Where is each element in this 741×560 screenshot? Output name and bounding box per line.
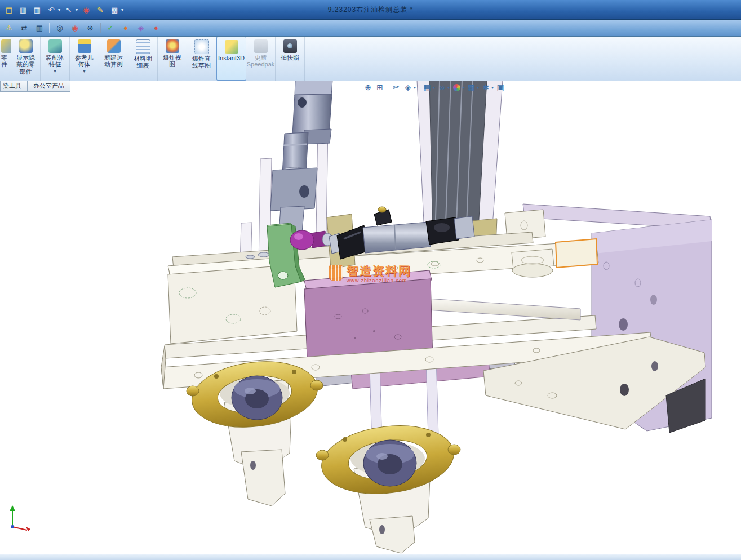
chevron-down-icon[interactable]: ▾	[447, 85, 450, 90]
palette-icon[interactable]: ◈	[135, 23, 147, 34]
tab-render-tools[interactable]: 染工具	[0, 81, 28, 92]
color-ball-icon[interactable]: ●	[150, 23, 162, 34]
view-settings-icon[interactable]: ✱	[481, 82, 491, 92]
show-hidden-components-icon	[19, 39, 33, 53]
insert-component-icon	[1, 39, 11, 53]
warning-icon[interactable]: ⚠	[3, 23, 15, 34]
section-view-icon[interactable]: ✂	[391, 82, 401, 92]
mate-icon[interactable]: ◉	[69, 23, 81, 34]
explode-line-sketch-icon	[194, 39, 209, 54]
edit-appearance-icon[interactable]	[451, 82, 462, 92]
print-icon[interactable]: ▦	[32, 4, 43, 15]
exploded-view-icon	[166, 39, 179, 53]
select-dropdown-icon[interactable]: ▾	[76, 7, 78, 12]
toolbar-separator	[100, 23, 101, 33]
ribbon-button-label: 参考几 何体	[75, 54, 94, 68]
assembly-toolbar: ⚠ ⇄ ▦ ◎ ◉ ⊛ ✓ ● ◈ ●	[0, 20, 741, 37]
solidworks-window: ▤ ▥ ▦ ↶ ▾ ↖ ▾ ◉ ✎ ▩ ▾ 9.23203右注油检测总装 * ⚠…	[0, 0, 741, 560]
ribbon-button-explode-line-sketch[interactable]: 爆炸直 线草图	[187, 37, 216, 81]
chevron-down-icon[interactable]: ▾	[54, 69, 56, 74]
new-motion-study-icon	[107, 39, 121, 53]
ribbon-button-label: 爆炸直 线草图	[192, 55, 211, 69]
save-icon[interactable]: ▥	[17, 4, 29, 15]
toolbar-separator	[49, 23, 50, 33]
assembly-model-3d[interactable]	[0, 81, 741, 554]
ribbon-button-instant3d[interactable]: Instant3D	[216, 37, 246, 81]
hide-show-items-icon[interactable]: ∞	[437, 82, 447, 92]
zoom-area-icon[interactable]: ⊞	[375, 82, 385, 92]
tab-office-products[interactable]: 办公室产品	[27, 81, 70, 92]
graphics-viewport[interactable]: ⊕ ⊞ ✂ ◈ ▾ ▦ ▾ ∞ ▾ ▾ ▩ ▾ ✱ ▾ ▣ 智造资料网 www.…	[0, 81, 741, 554]
chevron-down-icon[interactable]: ▾	[433, 85, 435, 90]
ribbon-button-label: Instant3D	[218, 55, 245, 61]
find-references-icon[interactable]: ◎	[54, 23, 65, 34]
chevron-down-icon[interactable]: ▾	[491, 85, 494, 90]
ribbon-button-label: 爆炸视 图	[163, 54, 181, 68]
ribbon-button-snapshot[interactable]: 拍快照	[276, 37, 305, 81]
ribbon-button-label: 零 件	[1, 54, 7, 68]
ribbon-button-insert-component[interactable]: 零 件	[0, 37, 11, 81]
display-style-icon[interactable]: ▦	[422, 82, 432, 92]
model-selected-face[interactable]	[556, 239, 597, 268]
watermark-text: 智造资料网	[347, 265, 411, 277]
ribbon-button-update-speedpak[interactable]: 更新 Speedpak	[246, 37, 276, 81]
chevron-down-icon[interactable]: ▾	[83, 69, 85, 74]
ribbon-button-label: 材料明 细表	[134, 55, 152, 69]
update-speedpak-icon	[254, 39, 268, 53]
check-icon[interactable]: ✓	[105, 23, 116, 34]
appearance-ball-icon	[453, 84, 460, 91]
coordinate-triad	[1, 502, 35, 531]
ribbon-button-label: 拍快照	[281, 54, 299, 61]
camera-icon[interactable]: ▣	[495, 82, 505, 92]
gear-mate-icon[interactable]: ⊛	[85, 23, 96, 34]
ribbon-button-label: 显示隐 藏的零 部件	[16, 54, 35, 75]
ribbon-button-new-motion-study[interactable]: 新建运 动算例	[99, 37, 128, 81]
chevron-down-icon[interactable]: ▾	[477, 85, 479, 90]
commandmanager-tabs: 染工具 办公室产品	[0, 81, 70, 92]
sketch-icon[interactable]: ✎	[95, 4, 106, 15]
command-manager: 零 件 显示隐 藏的零 部件 装配体 特征 ▾ 参考几 何体 ▾ 新建运 动算例…	[0, 37, 741, 81]
ribbon-button-bill-of-materials[interactable]: 材料明 细表	[128, 37, 158, 81]
watermark-logo-icon	[329, 265, 343, 281]
ribbon-button-assembly-features[interactable]: 装配体 特征 ▾	[41, 37, 70, 81]
view-orientation-icon[interactable]: ◈	[403, 82, 413, 92]
chevron-down-icon[interactable]: ▾	[414, 85, 416, 90]
ribbon-button-show-hidden-components[interactable]: 显示隐 藏的零 部件	[11, 37, 41, 81]
assembly-features-icon	[48, 39, 62, 53]
titlebar-toolbar: ▤ ▥ ▦ ↶ ▾ ↖ ▾ ◉ ✎ ▩ ▾	[3, 4, 123, 15]
open-document-icon[interactable]: ▤	[3, 4, 15, 15]
ribbon-button-exploded-view[interactable]: 爆炸视 图	[158, 37, 187, 81]
table-icon[interactable]: ▩	[109, 4, 120, 15]
zoom-fit-icon[interactable]: ⊕	[363, 82, 373, 92]
select-cursor-icon[interactable]: ↖	[63, 4, 74, 15]
rebuild-icon[interactable]: ◉	[81, 4, 92, 15]
ribbon-button-label: 新建运 动算例	[104, 54, 123, 68]
instant3d-icon	[225, 40, 238, 54]
appearance-ball-icon[interactable]: ●	[120, 23, 131, 34]
watermark: 智造资料网 www.zhizaoziliao.com	[329, 265, 411, 283]
undo-dropdown-icon[interactable]: ▾	[58, 7, 60, 12]
ribbon-button-label: 装配体 特征	[46, 54, 64, 68]
model-gold-clamp-1[interactable]	[187, 355, 323, 506]
pattern-icon[interactable]: ▦	[34, 23, 45, 34]
watermark-subtext: www.zhizaoziliao.com	[347, 278, 411, 283]
reference-geometry-icon	[78, 39, 91, 53]
headsup-view-toolbar: ⊕ ⊞ ✂ ◈ ▾ ▦ ▾ ∞ ▾ ▾ ▩ ▾ ✱ ▾ ▣	[363, 82, 505, 92]
ribbon-button-label: 更新 Speedpak	[247, 54, 275, 68]
toolbar-separator	[419, 83, 419, 92]
status-bar	[0, 554, 741, 560]
model-gold-clamp-2[interactable]	[316, 419, 460, 553]
snapshot-icon	[283, 39, 297, 53]
options-dropdown-icon[interactable]: ▾	[121, 7, 123, 12]
chevron-down-icon[interactable]: ▾	[462, 85, 464, 90]
bill-of-materials-icon	[136, 39, 150, 54]
ribbon-button-reference-geometry[interactable]: 参考几 何体 ▾	[70, 37, 99, 81]
apply-scene-icon[interactable]: ▩	[466, 82, 476, 92]
move-component-icon[interactable]: ⇄	[19, 23, 30, 34]
undo-icon[interactable]: ↶	[46, 4, 57, 15]
titlebar: ▤ ▥ ▦ ↶ ▾ ↖ ▾ ◉ ✎ ▩ ▾ 9.23203右注油检测总装 *	[0, 0, 741, 20]
toolbar-separator	[388, 83, 388, 92]
